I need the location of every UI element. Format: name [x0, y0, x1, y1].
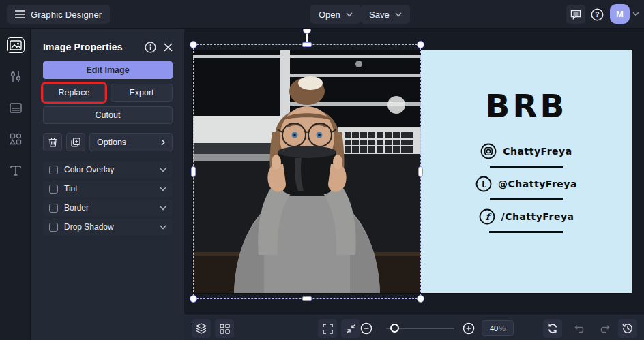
bottom-toolbar: 40%: [184, 315, 644, 340]
history-button[interactable]: [618, 319, 637, 338]
image-icon: [7, 37, 25, 53]
toggle-tint[interactable]: Tint: [43, 181, 173, 197]
replace-button[interactable]: Replace: [43, 84, 105, 102]
duplicate-button[interactable]: [66, 133, 85, 151]
resize-handle-bottom-left[interactable]: [190, 295, 197, 303]
help-button[interactable]: ?: [587, 5, 606, 24]
zoom-out-button[interactable]: [357, 319, 376, 338]
headline-text[interactable]: BRB: [486, 90, 568, 122]
rotate-handle[interactable]: [303, 29, 311, 34]
info-icon[interactable]: [143, 40, 157, 54]
zoom-level-readout[interactable]: 40%: [482, 320, 514, 336]
resize-handle-top-center[interactable]: [302, 42, 312, 47]
zoom-slider-knob[interactable]: [390, 324, 399, 333]
refresh-icon: [547, 323, 558, 334]
chevron-right-icon: [161, 139, 165, 146]
adjustments-icon: [10, 70, 22, 82]
tool-rail: [0, 29, 31, 340]
templates-icon: [10, 103, 22, 113]
resize-handle-right-center[interactable]: [418, 166, 423, 177]
resize-handle-top-right[interactable]: [417, 41, 424, 48]
account-chevron-down-icon[interactable]: [632, 12, 639, 16]
checkbox[interactable]: [49, 223, 58, 232]
delete-button[interactable]: [43, 133, 62, 151]
app-title: Graphic Designer: [31, 10, 102, 20]
panel-title: Image Properties: [43, 42, 123, 52]
fullscreen-button[interactable]: [318, 319, 337, 338]
chevron-down-icon: [346, 12, 353, 17]
resize-handle-left-center[interactable]: [191, 166, 196, 177]
svg-text:?: ?: [595, 10, 599, 18]
zoom-slider[interactable]: [386, 328, 454, 329]
redo-button[interactable]: [594, 319, 613, 338]
social-row-facebook[interactable]: f /ChattyFreya: [479, 206, 574, 239]
feedback-button[interactable]: [566, 5, 585, 24]
undo-button[interactable]: [570, 319, 589, 338]
chevron-down-icon: [160, 225, 166, 230]
divider: [490, 198, 564, 200]
reset-button[interactable]: [543, 319, 562, 338]
sidebar-item-text[interactable]: [0, 155, 31, 186]
save-button[interactable]: Save: [361, 5, 410, 24]
social-row-instagram[interactable]: ChattyFreya: [480, 141, 572, 174]
cutout-button[interactable]: Cutout: [43, 106, 173, 124]
toggle-drop-shadow[interactable]: Drop Shadow: [43, 219, 173, 235]
social-links: ChattyFreya t @ChattyFreya: [475, 141, 577, 239]
sidebar-item-adjustments[interactable]: [0, 61, 31, 92]
export-button[interactable]: Export: [111, 84, 173, 102]
sidebar-item-graphics[interactable]: [0, 123, 31, 155]
resize-handle-bottom-right[interactable]: [417, 295, 424, 303]
layers-icon: [196, 323, 207, 334]
layers-button[interactable]: [192, 319, 211, 338]
graphics-icon: [10, 133, 22, 145]
comment-icon: [570, 10, 581, 20]
sidebar-item-templates[interactable]: [0, 92, 31, 123]
zoom-in-button[interactable]: [459, 319, 478, 338]
divider: [489, 231, 563, 233]
minus-circle-icon: [360, 322, 372, 335]
checkbox[interactable]: [49, 166, 58, 174]
tumblr-icon: t: [475, 176, 492, 192]
chevron-down-icon: [160, 206, 166, 211]
top-bar: Graphic Designer Open Save ? M: [0, 0, 644, 29]
question-mark-icon: ?: [591, 8, 604, 21]
resize-handle-top-left[interactable]: [190, 41, 197, 48]
toggle-border[interactable]: Border: [43, 200, 173, 216]
chevron-down-icon: [395, 12, 402, 17]
close-icon[interactable]: [161, 40, 175, 54]
photo-image[interactable]: [193, 50, 421, 293]
svg-text:t: t: [482, 179, 486, 189]
pages-button[interactable]: [215, 319, 234, 338]
fullscreen-icon: [323, 324, 333, 334]
options-button[interactable]: Options: [89, 133, 173, 151]
grid-icon: [220, 324, 230, 334]
redo-icon: [598, 324, 610, 333]
duplicate-icon: [71, 138, 80, 147]
edit-image-button[interactable]: Edit Image: [43, 61, 173, 79]
social-row-tumblr[interactable]: t @ChattyFreya: [475, 174, 577, 206]
sidebar-item-image[interactable]: [0, 29, 31, 61]
text-icon: [10, 165, 21, 176]
fit-screen-icon: [346, 324, 356, 334]
avatar[interactable]: M: [610, 4, 630, 24]
toggle-color-overlay[interactable]: Color Overlay: [43, 161, 173, 178]
resize-handle-bottom-center[interactable]: [302, 296, 312, 301]
image-properties-panel: Image Properties Edit Image Replace Expo…: [31, 29, 184, 340]
open-button[interactable]: Open: [310, 5, 361, 24]
undo-icon: [574, 324, 586, 333]
facebook-icon: f: [479, 208, 495, 225]
chevron-down-icon: [160, 187, 166, 191]
checkbox[interactable]: [49, 204, 58, 213]
main-menu-button[interactable]: Graphic Designer: [7, 5, 110, 24]
history-icon: [622, 323, 633, 334]
svg-text:f: f: [485, 212, 491, 222]
instagram-icon: [480, 143, 497, 159]
hamburger-icon: [15, 10, 25, 18]
design-panel[interactable]: BRB ChattyFreya t: [421, 50, 632, 293]
checkbox[interactable]: [49, 185, 58, 194]
chevron-down-icon: [160, 168, 166, 172]
plus-circle-icon: [463, 322, 475, 335]
canvas-area[interactable]: BRB ChattyFreya t: [184, 29, 644, 315]
divider: [490, 166, 564, 168]
artboard[interactable]: BRB ChattyFreya t: [193, 50, 632, 293]
